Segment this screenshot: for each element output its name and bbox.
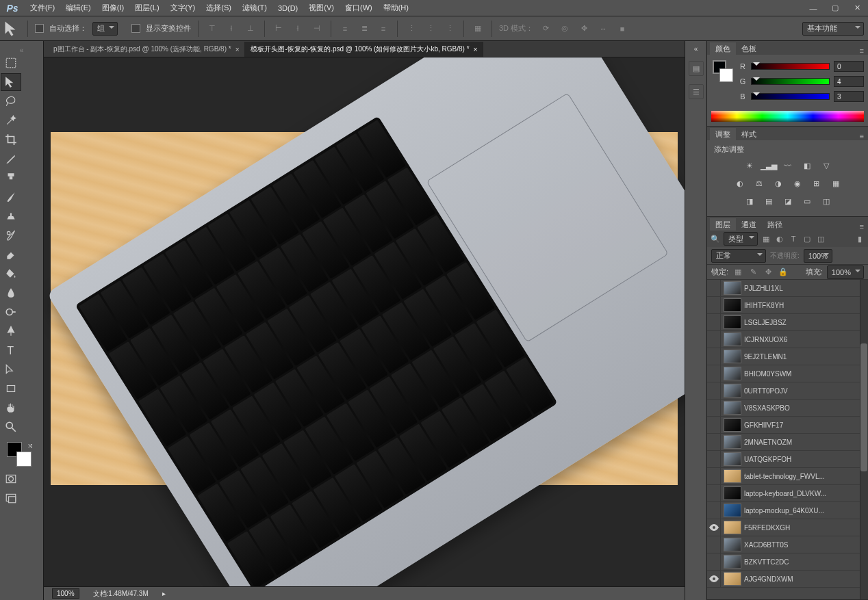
dock-collapse[interactable]: «	[694, 45, 698, 53]
brightness-contrast-icon[interactable]: ☀	[743, 159, 756, 172]
history-panel-icon[interactable]: ▤	[689, 61, 704, 76]
layer-row[interactable]: 9EJ2TLEMN1	[707, 348, 868, 365]
fill-input[interactable]: 100%	[827, 265, 864, 279]
color-panel-swatch[interactable]	[711, 59, 735, 86]
layer-thumbnail[interactable]	[724, 401, 741, 415]
distribute-top-icon[interactable]: ≡	[338, 22, 352, 36]
crop-tool[interactable]	[1, 131, 21, 148]
blur-tool[interactable]	[1, 284, 21, 302]
r-value-input[interactable]	[834, 61, 864, 72]
layer-visibility-toggle[interactable]	[707, 331, 721, 348]
layer-visibility-toggle[interactable]	[707, 348, 721, 365]
lock-image-icon[interactable]: ✎	[748, 267, 758, 278]
hand-tool[interactable]	[1, 399, 21, 417]
layer-visibility-toggle[interactable]	[707, 451, 721, 467]
layer-visibility-toggle[interactable]	[707, 382, 721, 399]
g-value-input[interactable]	[834, 76, 864, 87]
tab-layers[interactable]: 图层	[710, 218, 736, 231]
layer-row[interactable]: F5RFEDKXGH	[707, 519, 868, 536]
clone-stamp-tool[interactable]	[1, 207, 21, 225]
layer-row[interactable]: BHIOM0YSWM	[707, 365, 868, 382]
layer-thumbnail[interactable]	[724, 281, 741, 295]
zoom-level[interactable]: 100%	[52, 588, 79, 599]
layer-thumbnail[interactable]	[724, 384, 741, 397]
invert-icon[interactable]: ◨	[743, 194, 756, 208]
layer-thumbnail[interactable]	[724, 298, 741, 312]
rectangular-marquee-tool[interactable]	[1, 54, 21, 72]
eyedropper-tool[interactable]	[1, 150, 21, 168]
vibrance-icon[interactable]: ▽	[819, 159, 833, 172]
auto-align-icon[interactable]: ▦	[471, 22, 485, 36]
photo-filter-icon[interactable]: ◉	[791, 177, 804, 190]
align-left-edges-icon[interactable]: ⊢	[272, 22, 285, 36]
dodge-tool[interactable]	[1, 303, 21, 321]
layer-thumbnail[interactable]	[724, 555, 741, 569]
lock-transparency-icon[interactable]: ▦	[732, 267, 743, 278]
window-maximize-button[interactable]: ▢	[824, 0, 846, 16]
3d-pan-icon[interactable]: ✥	[577, 22, 591, 36]
tab-channels[interactable]: 通道	[736, 218, 762, 231]
zoom-tool[interactable]	[1, 418, 21, 436]
menu-help[interactable]: 帮助(H)	[378, 0, 414, 16]
auto-select-target-select[interactable]: 组	[92, 22, 118, 36]
layer-visibility-toggle[interactable]	[707, 468, 721, 484]
brush-tool[interactable]	[1, 188, 21, 206]
distribute-left-icon[interactable]: ⋮	[405, 22, 418, 36]
filter-adjustment-icon[interactable]: ◐	[774, 233, 785, 244]
distribute-bottom-icon[interactable]: ≡	[376, 22, 390, 36]
layer-row[interactable]: laptop-mockup_64K0XU...	[707, 502, 868, 519]
spot-healing-brush-tool[interactable]	[1, 169, 21, 187]
swap-colors-icon[interactable]: ⤭	[27, 442, 33, 449]
layer-thumbnail[interactable]	[724, 538, 741, 551]
layer-row[interactable]: GFKHIIVF17	[707, 417, 868, 434]
menu-select[interactable]: 选择(S)	[201, 0, 237, 16]
tab-adjustments[interactable]: 调整	[710, 128, 736, 140]
layer-row[interactable]: LSGLJEJBSZ	[707, 314, 868, 331]
3d-orbit-icon[interactable]: ⟳	[539, 22, 552, 36]
menu-type[interactable]: 文字(Y)	[165, 0, 201, 16]
layer-thumbnail[interactable]	[724, 452, 741, 466]
selective-color-icon[interactable]: ◫	[819, 194, 833, 208]
eraser-tool[interactable]	[1, 246, 21, 263]
layer-thumbnail[interactable]	[724, 504, 741, 517]
opacity-input[interactable]: 100%	[804, 249, 832, 263]
document-tab-1[interactable]: p图工作台 - 副本-恢复的.psd @ 100% (选择功能, RGB/8) …	[48, 42, 245, 57]
gradient-map-icon[interactable]: ▭	[800, 194, 814, 208]
tool-panel-collapse[interactable]: «	[0, 47, 43, 53]
lock-all-icon[interactable]: 🔒	[778, 267, 789, 278]
black-white-icon[interactable]: ◑	[771, 177, 785, 190]
b-value-input[interactable]	[834, 91, 864, 102]
threshold-icon[interactable]: ◪	[781, 194, 795, 208]
exposure-icon[interactable]: ◧	[800, 159, 814, 172]
lock-position-icon[interactable]: ✥	[763, 267, 774, 278]
color-panel-menu-icon[interactable]: ≡	[856, 47, 868, 55]
levels-icon[interactable]: ▁▃▅	[762, 159, 776, 172]
align-horizontal-centers-icon[interactable]: ⫲	[291, 22, 305, 36]
layer-row[interactable]: tablet-technology_FWVL...	[707, 468, 868, 485]
menu-filter[interactable]: 滤镜(T)	[237, 0, 272, 16]
layer-row[interactable]: 2MNAETNOZM	[707, 434, 868, 451]
blend-mode-select[interactable]: 正常	[711, 249, 766, 263]
layer-thumbnail[interactable]	[724, 435, 741, 449]
menu-window[interactable]: 窗口(W)	[340, 0, 378, 16]
3d-zoom-icon[interactable]: ■	[615, 22, 629, 36]
status-menu-arrow-icon[interactable]: ▸	[162, 590, 166, 597]
move-tool[interactable]	[1, 73, 21, 91]
current-tool-icon[interactable]	[4, 21, 21, 37]
layer-visibility-toggle[interactable]	[707, 485, 721, 501]
layer-filter-kind-select[interactable]: 类型	[724, 232, 758, 246]
color-balance-icon[interactable]: ⚖	[752, 177, 766, 190]
rectangle-tool[interactable]	[1, 380, 21, 397]
layer-thumbnail[interactable]	[724, 350, 741, 363]
layer-visibility-toggle[interactable]	[707, 297, 721, 313]
layer-thumbnail[interactable]	[724, 315, 741, 329]
quick-mask-tool[interactable]	[1, 470, 21, 488]
tab-paths[interactable]: 路径	[762, 218, 788, 231]
layer-visibility-toggle[interactable]	[707, 536, 721, 553]
workspace-selector[interactable]: 基本功能	[802, 22, 864, 36]
align-bottom-edges-icon[interactable]: ⊥	[244, 22, 257, 36]
layer-visibility-toggle[interactable]	[707, 553, 721, 570]
layer-visibility-toggle[interactable]	[707, 365, 721, 382]
lasso-tool[interactable]	[1, 92, 21, 110]
layer-thumbnail[interactable]	[724, 521, 741, 534]
